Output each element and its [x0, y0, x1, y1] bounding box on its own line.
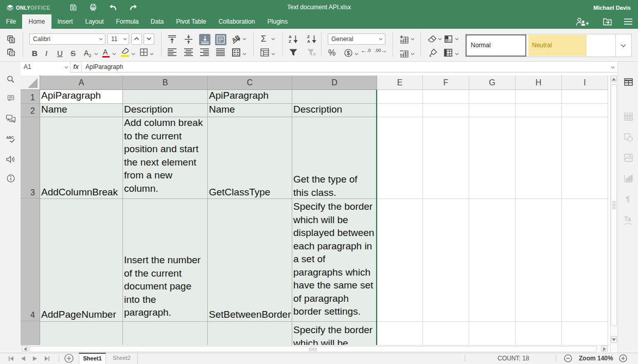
svg-text:$: $ — [347, 50, 350, 56]
